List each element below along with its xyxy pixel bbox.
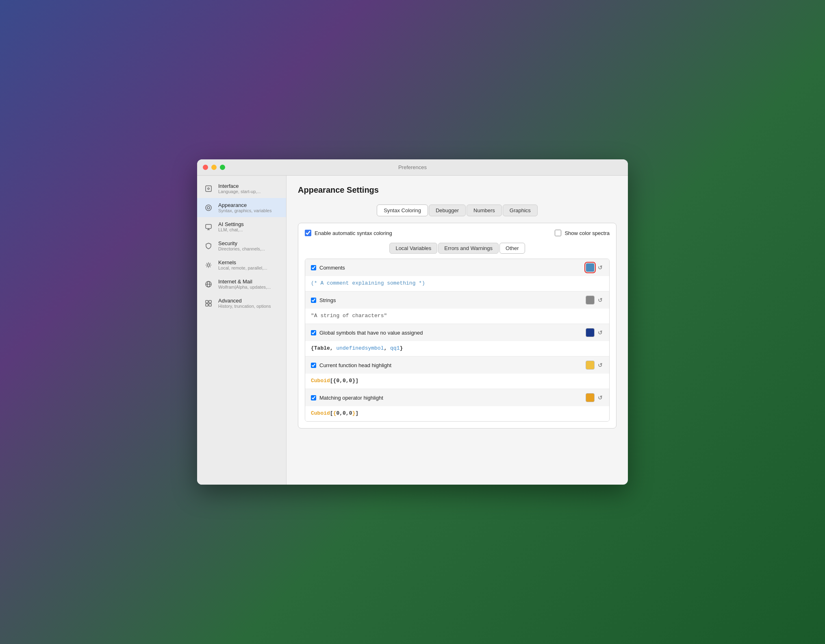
color-item-controls-strings: ↺ xyxy=(586,296,604,305)
window-title: Preferences xyxy=(398,164,427,170)
kernels-icon xyxy=(204,260,213,270)
color-item-controls-matching: ↺ xyxy=(586,393,604,402)
sidebar-item-security[interactable]: Security Directories, channels,... xyxy=(197,236,286,255)
svg-point-3 xyxy=(207,207,210,209)
color-item-checkbox-global[interactable] xyxy=(311,330,316,335)
color-item-strings: Strings↺"A string of characters" xyxy=(305,292,609,324)
appearance-label: Appearance xyxy=(218,202,271,208)
sidebar-item-advanced[interactable]: Advanced History, truncation, options xyxy=(197,294,286,313)
advanced-icon xyxy=(204,298,213,308)
color-item-controls-comments: ↺ xyxy=(586,263,604,272)
reset-btn-global[interactable]: ↺ xyxy=(597,329,604,337)
preview-text: "A string of characters" xyxy=(311,313,387,319)
main-content: Appearance Settings Syntax ColoringDebug… xyxy=(287,176,628,485)
svg-point-2 xyxy=(206,205,211,211)
tab-syntax[interactable]: Syntax Coloring xyxy=(377,205,428,216)
svg-rect-11 xyxy=(206,304,208,306)
color-item-label-matching: Matching operator highlight xyxy=(319,395,383,401)
security-icon xyxy=(204,241,213,251)
interface-sublabel: Language, start-up,... xyxy=(218,189,261,194)
color-item-checkbox-fn_head[interactable] xyxy=(311,363,316,368)
top-row: Enable automatic syntax coloring Show co… xyxy=(305,230,610,236)
ai-sublabel: LLM, chat,... xyxy=(218,227,244,232)
reset-btn-strings[interactable]: ↺ xyxy=(597,296,604,304)
enable-syntax-checkbox[interactable] xyxy=(305,230,311,236)
color-item-header-fn_head: Current function head highlight↺ xyxy=(305,357,609,374)
interface-icon xyxy=(204,184,213,194)
color-item-header-strings: Strings↺ xyxy=(305,292,609,309)
settings-panel: Enable automatic syntax coloring Show co… xyxy=(298,223,617,429)
minimize-button[interactable] xyxy=(211,165,217,170)
enable-syntax-row: Enable automatic syntax coloring xyxy=(305,230,392,236)
color-item-header-matching: Matching operator highlight↺ xyxy=(305,389,609,406)
sidebar-item-internet[interactable]: Internet & Mail Wolfram|Alpha, updates,.… xyxy=(197,274,286,294)
maximize-button[interactable] xyxy=(220,165,225,170)
svg-rect-10 xyxy=(209,300,211,303)
kernels-sublabel: Local, remote, parallel,... xyxy=(218,265,267,270)
color-swatch-comments[interactable] xyxy=(586,263,595,272)
sidebar-item-kernels[interactable]: Kernels Local, remote, parallel,... xyxy=(197,255,286,274)
color-item-checkbox-strings[interactable] xyxy=(311,298,316,303)
svg-point-1 xyxy=(208,188,209,189)
sidebar-item-ai[interactable]: AI Settings LLM, chat,... xyxy=(197,217,286,236)
color-item-label-fn_head: Current function head highlight xyxy=(319,362,391,368)
titlebar: Preferences xyxy=(197,159,628,176)
interface-label: Interface xyxy=(218,183,261,189)
svg-rect-9 xyxy=(206,300,208,303)
reset-btn-matching[interactable]: ↺ xyxy=(597,394,604,402)
color-item-matching: Matching operator highlight↺Cuboid[{0,0,… xyxy=(305,389,609,421)
sidebar: Interface Language, start-up,... Appeara… xyxy=(197,176,287,485)
color-item-label-global: Global symbols that have no value assign… xyxy=(319,330,423,336)
color-swatch-strings[interactable] xyxy=(586,296,595,305)
preview-text: Cuboid[{0,0,0}] xyxy=(311,378,358,384)
color-item-preview-comments: (* A comment explaining something *) xyxy=(305,276,609,291)
tab-numbers[interactable]: Numbers xyxy=(467,205,502,216)
color-item-left-comments: Comments xyxy=(311,265,345,271)
appearance-icon xyxy=(204,203,213,213)
close-button[interactable] xyxy=(203,165,208,170)
security-text: Security Directories, channels,... xyxy=(218,240,265,251)
appearance-sublabel: Syntax, graphics, variables xyxy=(218,208,271,213)
sidebar-item-appearance[interactable]: Appearance Syntax, graphics, variables xyxy=(197,198,286,217)
color-item-header-comments: Comments↺ xyxy=(305,259,609,276)
sidebar-item-interface[interactable]: Interface Language, start-up,... xyxy=(197,179,286,198)
kernels-label: Kernels xyxy=(218,259,267,265)
reset-btn-fn_head[interactable]: ↺ xyxy=(597,361,604,369)
kernels-text: Kernels Local, remote, parallel,... xyxy=(218,259,267,270)
internet-text: Internet & Mail Wolfram|Alpha, updates,.… xyxy=(218,278,271,289)
color-item-global: Global symbols that have no value assign… xyxy=(305,324,609,357)
page-title: Appearance Settings xyxy=(298,185,617,195)
color-item-checkbox-matching[interactable] xyxy=(311,395,316,400)
appearance-text: Appearance Syntax, graphics, variables xyxy=(218,202,271,213)
svg-rect-4 xyxy=(206,224,211,228)
interface-text: Interface Language, start-up,... xyxy=(218,183,261,194)
internet-label: Internet & Mail xyxy=(218,278,271,285)
ai-label: AI Settings xyxy=(218,221,244,227)
color-item-controls-fn_head: ↺ xyxy=(586,361,604,370)
color-swatch-global[interactable] xyxy=(586,328,595,337)
advanced-text: Advanced History, truncation, options xyxy=(218,298,271,309)
reset-btn-comments[interactable]: ↺ xyxy=(597,263,604,272)
window-body: Interface Language, start-up,... Appeara… xyxy=(197,176,628,485)
color-item-checkbox-comments[interactable] xyxy=(311,265,316,270)
window-controls xyxy=(203,165,225,170)
color-item-label-comments: Comments xyxy=(319,265,345,271)
sub-tab-other[interactable]: Other xyxy=(499,243,525,254)
color-swatch-matching[interactable] xyxy=(586,393,595,402)
color-swatch-fn_head[interactable] xyxy=(586,361,595,370)
show-spectra-checkbox[interactable] xyxy=(555,230,561,236)
sub-tab-local[interactable]: Local Variables xyxy=(389,243,437,254)
color-item-left-strings: Strings xyxy=(311,297,336,303)
sub-tab-errors[interactable]: Errors and Warnings xyxy=(438,243,499,254)
advanced-sublabel: History, truncation, options xyxy=(218,304,271,309)
preview-text: Cuboid[{0,0,0}] xyxy=(311,410,358,416)
tab-debugger[interactable]: Debugger xyxy=(429,205,466,216)
color-item-comments: Comments↺(* A comment explaining somethi… xyxy=(305,259,609,292)
color-item-preview-strings: "A string of characters" xyxy=(305,309,609,324)
color-item-left-fn_head: Current function head highlight xyxy=(311,362,391,368)
internet-sublabel: Wolfram|Alpha, updates,... xyxy=(218,285,271,289)
tab-graphics[interactable]: Graphics xyxy=(503,205,538,216)
svg-rect-12 xyxy=(209,304,211,306)
svg-point-5 xyxy=(207,264,210,266)
preview-text: (* A comment explaining something *) xyxy=(311,280,425,286)
